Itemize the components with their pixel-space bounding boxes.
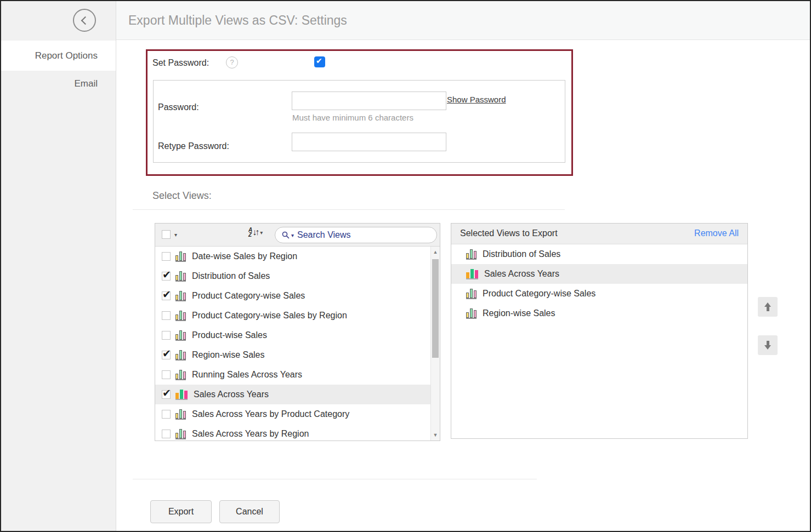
bar-chart-icon	[175, 409, 186, 420]
bar-chart-icon	[466, 249, 477, 260]
back-button[interactable]	[73, 9, 96, 32]
view-label: Region-wise Sales	[192, 350, 265, 360]
bar-chart-icon	[175, 271, 186, 282]
password-input[interactable]	[292, 91, 446, 110]
view-checkbox[interactable]	[162, 331, 171, 340]
view-list-item[interactable]: Product Category-wise Sales by Region	[155, 306, 432, 325]
available-views-panel: ▾ AZ ↓↑ ▾ ▾ Date-wise Sales by RegionDis…	[155, 223, 440, 441]
sidebar-nav: Report Options Email	[1, 41, 116, 97]
view-checkbox[interactable]	[162, 272, 171, 281]
password-hint: Must have minimum 6 characters	[292, 113, 413, 122]
view-list-item[interactable]: Region-wise Sales	[155, 345, 432, 365]
export-settings-dialog: Report Options Email Export Multiple Vie…	[0, 0, 811, 532]
view-checkbox[interactable]	[162, 252, 171, 261]
view-label: Sales Across Years by Region	[192, 429, 309, 439]
view-label: Sales Across Years by Product Category	[192, 409, 349, 419]
view-list-item[interactable]: Running Sales Across Years	[155, 365, 432, 385]
arrow-up-stem	[767, 307, 769, 311]
view-list-item[interactable]: Sales Across Years	[155, 385, 432, 404]
search-input[interactable]	[297, 228, 436, 242]
sort-az-icon: AZ	[248, 227, 252, 237]
selected-view-item[interactable]: Region-wise Sales	[451, 304, 747, 323]
views-list: Date-wise Sales by RegionDistribution of…	[155, 247, 440, 441]
select-all-checkbox[interactable]	[162, 230, 171, 239]
view-label: Product Category-wise Sales	[192, 291, 305, 301]
bar-chart-icon	[175, 350, 186, 361]
selected-view-item[interactable]: Distribution of Sales	[451, 244, 747, 264]
move-up-button[interactable]	[758, 297, 778, 317]
views-scrollbar[interactable]: ▲ ▼	[430, 247, 440, 441]
scroll-up-icon[interactable]: ▲	[431, 249, 440, 255]
sort-icon[interactable]: AZ ↓↑ ▾	[248, 227, 263, 237]
set-password-label: Set Password:	[152, 58, 209, 68]
header-bar: Export Multiple Views as CSV: Settings	[116, 1, 810, 40]
footer-divider	[133, 479, 537, 479]
view-label: Sales Across Years	[484, 269, 559, 279]
view-list-item[interactable]: Distribution of Sales	[155, 266, 432, 286]
selected-view-item[interactable]: Sales Across Years	[451, 264, 747, 284]
arrow-down-icon	[764, 345, 771, 350]
views-list-header: ▾ AZ ↓↑ ▾ ▾	[155, 224, 440, 247]
bar-chart-icon	[175, 330, 186, 341]
move-down-button[interactable]	[758, 335, 778, 355]
selected-views-list: Distribution of SalesSales Across YearsP…	[451, 244, 747, 323]
bar-chart-icon	[175, 251, 186, 262]
page-title: Export Multiple Views as CSV: Settings	[116, 1, 810, 40]
view-checkbox[interactable]	[162, 351, 171, 359]
help-icon[interactable]: ?	[226, 56, 238, 68]
arrow-down-stem	[767, 341, 769, 345]
chevron-left-icon	[81, 16, 90, 25]
view-checkbox[interactable]	[162, 291, 171, 300]
sidebar-item-email[interactable]: Email	[1, 71, 116, 97]
view-checkbox[interactable]	[162, 311, 171, 320]
sidebar: Report Options Email	[1, 1, 116, 531]
view-checkbox[interactable]	[162, 430, 171, 438]
view-list-item[interactable]: Product-wise Sales	[155, 325, 432, 345]
select-views-label: Select Views:	[152, 190, 212, 202]
bar-chart-icon	[175, 311, 186, 321]
selected-views-header: Selected Views to Export Remove All	[451, 224, 747, 244]
scroll-down-icon[interactable]: ▼	[431, 432, 440, 438]
selected-views-title: Selected Views to Export	[460, 228, 558, 238]
view-list-item[interactable]: Sales Across Years by Region	[155, 424, 432, 441]
arrow-up-icon	[764, 302, 771, 307]
set-password-checkbox[interactable]	[314, 56, 325, 67]
search-options-dropdown-icon[interactable]: ▾	[291, 232, 294, 238]
view-label: Product Category-wise Sales	[483, 289, 596, 299]
bar-chart-icon	[466, 308, 477, 319]
bar-chart-icon	[175, 390, 188, 400]
view-checkbox[interactable]	[162, 410, 171, 419]
view-label: Date-wise Sales by Region	[192, 251, 297, 261]
view-list-item[interactable]: Date-wise Sales by Region	[155, 247, 432, 266]
sort-dropdown-icon: ▾	[260, 230, 263, 236]
export-button[interactable]: Export	[150, 500, 212, 523]
retype-password-label: Retype Password:	[158, 141, 229, 151]
section-divider	[133, 209, 565, 210]
view-label: Distribution of Sales	[483, 249, 560, 259]
remove-all-link[interactable]: Remove All	[694, 228, 739, 238]
view-label: Sales Across Years	[194, 390, 269, 399]
bar-chart-icon	[466, 269, 478, 279]
retype-password-input[interactable]	[292, 133, 446, 151]
view-checkbox[interactable]	[162, 370, 171, 379]
bar-chart-icon	[466, 289, 477, 299]
password-fields-box: Password: Show Password Must have minimu…	[153, 80, 565, 163]
selected-view-item[interactable]: Product Category-wise Sales	[451, 284, 747, 304]
view-list-item[interactable]: Sales Across Years by Product Category	[155, 404, 432, 424]
search-box: ▾	[275, 227, 437, 243]
bar-chart-icon	[175, 429, 186, 439]
view-label: Region-wise Sales	[483, 308, 555, 318]
view-label: Running Sales Across Years	[192, 370, 302, 380]
view-checkbox[interactable]	[162, 390, 171, 399]
scrollbar-thumb[interactable]	[432, 259, 439, 358]
show-password-link[interactable]: Show Password	[447, 95, 506, 104]
password-label: Password:	[158, 102, 199, 112]
view-label: Distribution of Sales	[192, 271, 270, 281]
view-list-item[interactable]: Product Category-wise Sales	[155, 286, 432, 306]
cancel-button[interactable]: Cancel	[219, 500, 280, 523]
sidebar-item-report-options[interactable]: Report Options	[1, 41, 116, 71]
bar-chart-icon	[175, 370, 186, 380]
selected-views-panel: Selected Views to Export Remove All Dist…	[451, 223, 748, 439]
search-icon[interactable]	[282, 231, 290, 239]
select-all-dropdown-icon[interactable]: ▾	[174, 232, 177, 238]
